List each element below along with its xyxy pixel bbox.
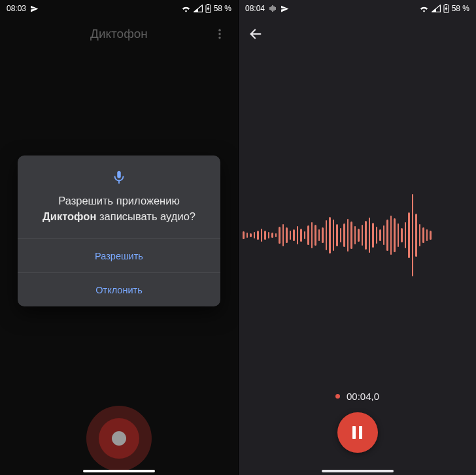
allow-button[interactable]: Разрешить: [18, 238, 220, 272]
back-button[interactable]: [241, 20, 270, 48]
svg-rect-8: [271, 7, 272, 11]
svg-rect-7: [270, 7, 271, 10]
dialog-message: Разрешить приложению Диктофон записывать…: [31, 193, 207, 225]
svg-rect-11: [275, 7, 276, 10]
svg-rect-9: [273, 5, 273, 12]
waveform: [239, 183, 476, 287]
wifi-icon: [419, 5, 429, 12]
screen-permission: 08:03 58 % Диктофон: [0, 0, 238, 475]
pause-button[interactable]: [337, 412, 378, 453]
mic-icon: [31, 170, 207, 184]
status-battery: 58 %: [452, 4, 469, 13]
record-button[interactable]: [86, 406, 152, 471]
dialog-scrim: Разрешить приложению Диктофон записывать…: [0, 0, 238, 475]
pause-icon: [352, 426, 356, 439]
rec-dot-icon: [335, 394, 340, 399]
svg-rect-10: [274, 7, 275, 11]
recording-indicator-icon: [269, 5, 277, 12]
record-dot-icon: [112, 431, 126, 446]
deny-button[interactable]: Отклонить: [18, 272, 220, 306]
timer-text: 00:04,0: [347, 391, 379, 402]
timer: 00:04,0: [239, 391, 476, 402]
battery-icon: [443, 4, 449, 13]
status-time: 08:04: [245, 4, 265, 13]
status-bar: 08:04 58 %: [239, 0, 476, 17]
permission-dialog: Разрешить приложению Диктофон записывать…: [18, 156, 220, 307]
screen-recording: 08:04 58 % 00:04,0: [238, 0, 476, 475]
home-indicator[interactable]: [322, 470, 394, 472]
telegram-icon: [280, 5, 289, 13]
svg-rect-13: [445, 4, 447, 5]
svg-rect-5: [117, 171, 121, 178]
signal-icon: [432, 5, 441, 12]
home-indicator[interactable]: [83, 470, 155, 472]
